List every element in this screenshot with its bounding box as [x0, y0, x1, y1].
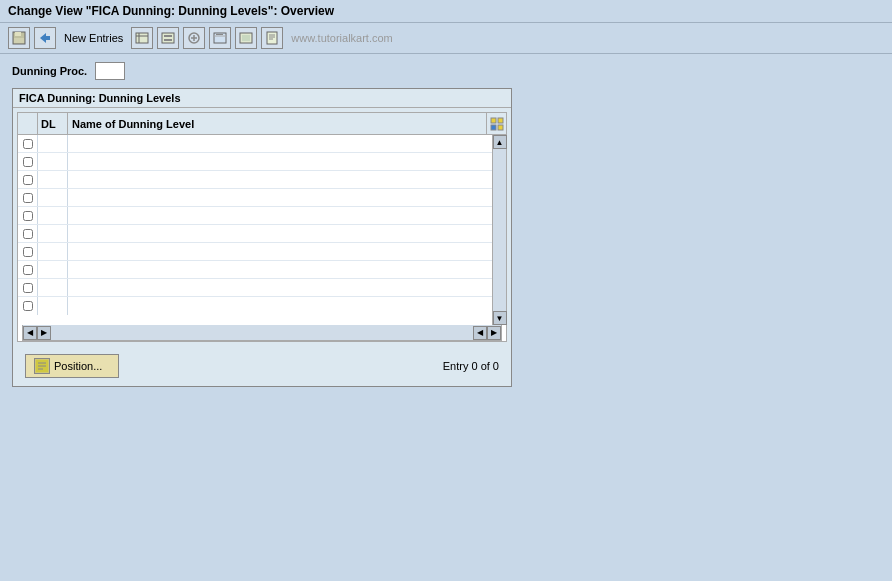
row-name: [68, 153, 506, 170]
svg-rect-9: [164, 35, 172, 37]
table-header: DL Name of Dunning Level: [18, 113, 506, 135]
position-button[interactable]: Position...: [25, 354, 119, 378]
svg-rect-23: [491, 118, 496, 123]
scroll-right-arrow[interactable]: ▶: [37, 326, 51, 340]
toolbar-icon-4[interactable]: [209, 27, 231, 49]
table-row: [18, 297, 506, 315]
svg-rect-1: [15, 32, 21, 36]
svg-rect-5: [136, 33, 148, 43]
row-checkbox[interactable]: [18, 189, 38, 206]
dunning-levels-panel: FICA Dunning: Dunning Levels DL Name of …: [12, 88, 512, 387]
row-dl: [38, 261, 68, 278]
toolbar-icon-2[interactable]: [157, 27, 179, 49]
row-dl: [38, 243, 68, 260]
row-dl: [38, 135, 68, 152]
table-row: [18, 207, 506, 225]
dunning-proc-label: Dunning Proc.: [12, 65, 87, 77]
watermark-text: www.tutorialkart.com: [291, 32, 392, 44]
table-row: [18, 279, 506, 297]
title-text: Change View "FICA Dunning: Dunning Level…: [8, 4, 334, 18]
panel-bottom-bar: Position... Entry 0 of 0: [13, 346, 511, 386]
table-row: [18, 153, 506, 171]
row-name: [68, 261, 506, 278]
header-dl: DL: [38, 113, 68, 134]
svg-rect-16: [216, 34, 223, 35]
save-btn[interactable]: [8, 27, 30, 49]
svg-rect-18: [242, 35, 250, 41]
table-row: [18, 171, 506, 189]
table-row: [18, 225, 506, 243]
row-name: [68, 207, 506, 224]
svg-rect-24: [498, 118, 503, 123]
main-content: Dunning Proc. FICA Dunning: Dunning Leve…: [0, 54, 892, 395]
scroll-left-arrow2[interactable]: ◀: [473, 326, 487, 340]
svg-rect-26: [498, 125, 503, 130]
row-checkbox[interactable]: [18, 171, 38, 188]
row-dl: [38, 207, 68, 224]
row-name: [68, 135, 506, 152]
position-btn-label: Position...: [54, 360, 102, 372]
table-body-wrapper: ▲ ▼: [18, 135, 506, 325]
table-row: [18, 243, 506, 261]
svg-rect-8: [162, 33, 174, 43]
row-dl: [38, 153, 68, 170]
row-dl: [38, 189, 68, 206]
header-checkbox-col: [18, 113, 38, 134]
svg-rect-4: [45, 36, 50, 40]
row-checkbox[interactable]: [18, 153, 38, 170]
toolbar-icon-5[interactable]: [235, 27, 257, 49]
dunning-proc-row: Dunning Proc.: [12, 62, 880, 80]
panel-title: FICA Dunning: Dunning Levels: [13, 89, 511, 108]
header-settings-icon[interactable]: [486, 113, 506, 134]
row-checkbox[interactable]: [18, 261, 38, 278]
row-checkbox[interactable]: [18, 279, 38, 296]
new-entries-label[interactable]: New Entries: [64, 32, 123, 44]
row-name: [68, 243, 506, 260]
row-name: [68, 225, 506, 242]
row-name: [68, 171, 506, 188]
toolbar-icon-1[interactable]: [131, 27, 153, 49]
title-bar: Change View "FICA Dunning: Dunning Level…: [0, 0, 892, 23]
row-checkbox[interactable]: [18, 297, 38, 315]
scroll-thumb: [493, 149, 506, 311]
entry-count: Entry 0 of 0: [443, 360, 499, 372]
row-checkbox[interactable]: [18, 207, 38, 224]
scroll-left-arrow[interactable]: ◀: [23, 326, 37, 340]
header-name: Name of Dunning Level: [68, 113, 486, 134]
svg-rect-19: [267, 32, 277, 44]
row-name: [68, 189, 506, 206]
row-name: [68, 279, 506, 296]
row-checkbox[interactable]: [18, 243, 38, 260]
row-dl: [38, 171, 68, 188]
horizontal-scrollbar[interactable]: ◀ ▶ ◀ ▶: [22, 325, 502, 341]
svg-rect-25: [491, 125, 496, 130]
hscroll-track: [51, 325, 473, 340]
svg-rect-2: [14, 38, 24, 43]
row-dl: [38, 279, 68, 296]
toolbar-icon-3[interactable]: [183, 27, 205, 49]
toolbar-icon-6[interactable]: [261, 27, 283, 49]
svg-rect-10: [164, 39, 172, 41]
vertical-scrollbar[interactable]: ▲ ▼: [492, 135, 506, 325]
row-dl: [38, 225, 68, 242]
row-checkbox[interactable]: [18, 225, 38, 242]
table-row: [18, 189, 506, 207]
dunning-proc-input[interactable]: [95, 62, 125, 80]
toolbar: New Entries: [0, 23, 892, 54]
scroll-right-arrow2[interactable]: ▶: [487, 326, 501, 340]
row-dl: [38, 297, 68, 315]
table-rows: [18, 135, 506, 325]
scroll-up-arrow[interactable]: ▲: [493, 135, 507, 149]
position-btn-icon: [34, 358, 50, 374]
scroll-down-arrow[interactable]: ▼: [493, 311, 507, 325]
table-row: [18, 261, 506, 279]
table-container: DL Name of Dunning Level: [17, 112, 507, 342]
row-name: [68, 297, 506, 315]
back-btn[interactable]: [34, 27, 56, 49]
row-checkbox[interactable]: [18, 135, 38, 152]
table-row: [18, 135, 506, 153]
